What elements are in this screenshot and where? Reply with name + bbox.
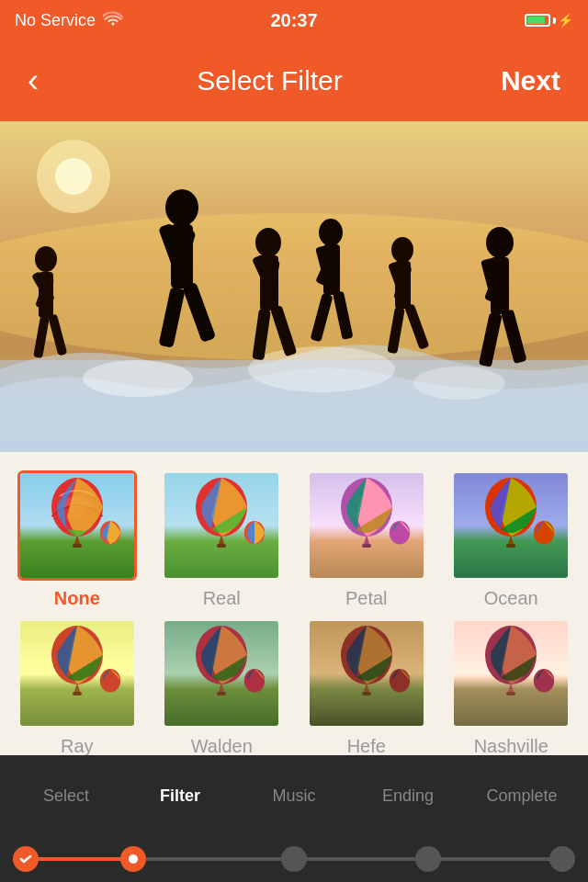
filter-grid: None Real [0, 452, 588, 766]
filter-label-ocean: Ocean [484, 588, 538, 609]
svg-rect-64 [362, 692, 371, 695]
filter-label-walden: Walden [191, 736, 253, 757]
progress-dot-4 [415, 846, 441, 872]
filter-label-hefe: Hefe [347, 736, 386, 757]
filter-label-real: Real [203, 588, 241, 609]
tab-ending[interactable]: Ending [351, 786, 465, 806]
svg-rect-55 [506, 544, 515, 548]
progress-dot-5 [549, 846, 575, 872]
svg-point-36 [486, 227, 514, 258]
tab-music[interactable]: Music [237, 786, 351, 806]
svg-point-24 [319, 219, 343, 246]
status-bar: No Service 20:37 ⚡ [0, 0, 588, 40]
tab-ending-label: Ending [382, 786, 434, 806]
svg-point-56 [534, 521, 554, 545]
nav-title: Select Filter [197, 65, 342, 96]
svg-point-68 [534, 669, 554, 693]
tab-complete[interactable]: Complete [465, 786, 579, 806]
status-time: 20:37 [270, 10, 317, 31]
filter-item-hefe[interactable]: Hefe [299, 618, 435, 757]
svg-rect-67 [506, 692, 515, 695]
tab-select[interactable]: Select [9, 786, 123, 806]
filter-thumb-walden [162, 618, 281, 729]
filter-thumb-ocean [451, 470, 571, 581]
svg-point-53 [390, 521, 410, 545]
small-balloon-svg-none [97, 521, 123, 550]
progress-dot-2 [120, 846, 146, 872]
filter-item-petal[interactable]: Petal [299, 470, 435, 609]
svg-point-43 [55, 158, 92, 195]
filter-thumb-nashville [451, 618, 571, 729]
filter-item-nashville[interactable]: Nashville [444, 618, 580, 757]
tab-bar: Select Filter Music Ending Complete [0, 755, 588, 836]
filter-label-ray: Ray [61, 736, 94, 757]
progress-track [26, 857, 562, 861]
next-button[interactable]: Next [492, 56, 570, 106]
filter-thumb-none [17, 470, 137, 581]
tab-music-label: Music [272, 786, 315, 806]
tab-complete-label: Complete [486, 786, 557, 806]
charging-icon: ⚡ [558, 13, 573, 28]
filter-thumb-real [162, 470, 281, 581]
bottom-section: Select Filter Music Ending Complete [0, 755, 588, 882]
svg-point-5 [413, 367, 505, 400]
filter-label-none: None [54, 588, 100, 609]
svg-point-6 [35, 246, 57, 272]
svg-point-59 [100, 669, 120, 693]
svg-rect-58 [73, 692, 82, 695]
svg-point-3 [83, 360, 193, 397]
carrier-label: No Service [15, 11, 96, 30]
svg-rect-49 [217, 544, 226, 548]
progress-dot-3 [281, 846, 307, 872]
progress-bar-container [0, 836, 588, 882]
filter-thumb-ray [17, 618, 137, 729]
filter-thumb-hefe [307, 618, 426, 729]
wifi-icon [103, 11, 123, 30]
svg-point-12 [165, 189, 198, 226]
svg-rect-52 [362, 544, 371, 548]
status-right: ⚡ [525, 13, 573, 28]
filter-item-none[interactable]: None [9, 470, 145, 609]
filter-item-walden[interactable]: Walden [154, 618, 290, 757]
svg-point-18 [255, 228, 281, 257]
filter-item-ocean[interactable]: Ocean [444, 470, 580, 609]
tab-filter-label: Filter [160, 786, 200, 806]
nav-bar: ‹ Select Filter Next [0, 40, 588, 121]
svg-point-65 [390, 669, 410, 693]
filter-label-petal: Petal [345, 588, 388, 609]
svg-rect-61 [217, 692, 226, 695]
tab-select-label: Select [43, 786, 89, 806]
svg-point-30 [391, 237, 413, 263]
filter-item-real[interactable]: Real [154, 470, 290, 609]
status-left: No Service [15, 11, 123, 30]
filter-thumb-petal [307, 470, 426, 581]
progress-dot-1 [13, 846, 39, 872]
svg-point-62 [244, 669, 265, 693]
filter-item-ray[interactable]: Ray [9, 618, 145, 757]
tab-filter[interactable]: Filter [123, 786, 237, 806]
filter-label-nashville: Nashville [474, 736, 548, 757]
svg-rect-45 [73, 544, 82, 548]
main-photo [0, 121, 588, 452]
back-button[interactable]: ‹ [18, 52, 48, 109]
progress-fill [26, 857, 133, 861]
svg-point-4 [248, 346, 395, 392]
battery-indicator: ⚡ [525, 13, 573, 28]
main-photo-svg [0, 121, 588, 452]
